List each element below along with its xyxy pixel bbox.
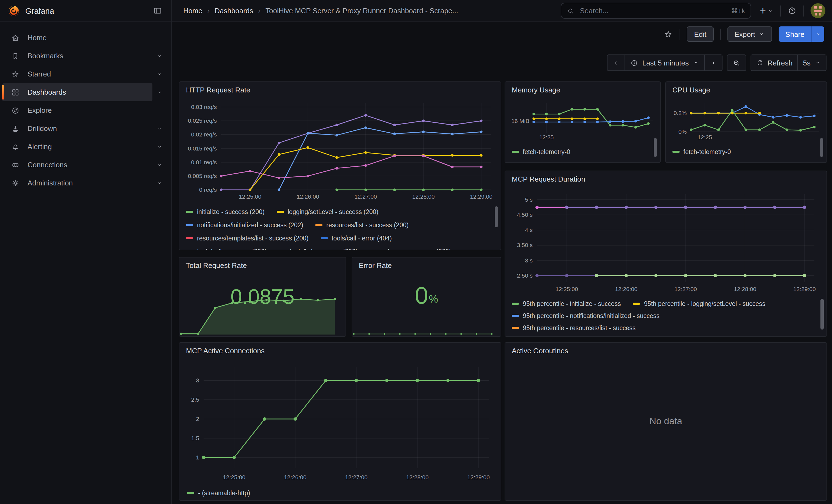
panel-mcp-request-duration: MCP Request Duration 2.50 s3 s3.50 s4 s4…	[504, 170, 827, 337]
panel-title[interactable]: Active Goroutines	[512, 347, 568, 355]
svg-text:1.5: 1.5	[191, 435, 199, 441]
sidebar-item-label: Connections	[27, 161, 68, 169]
user-avatar[interactable]	[810, 3, 825, 18]
time-shift-back-button[interactable]	[607, 55, 625, 71]
legend-item[interactable]: unknown - success (200)	[370, 248, 451, 250]
panel-title[interactable]: Error Rate	[359, 261, 392, 270]
chevron-down-icon[interactable]	[152, 71, 167, 77]
chevron-left-icon	[613, 59, 620, 66]
share-button[interactable]: Share	[779, 26, 811, 42]
legend-item[interactable]: resources/list - success (200)	[315, 222, 409, 228]
export-label: Export	[734, 30, 755, 38]
chevron-down-icon[interactable]	[152, 125, 167, 132]
legend-item[interactable]: tools/call - error (404)	[320, 235, 392, 242]
sidebar-item-alerting[interactable]: Alerting	[2, 137, 152, 156]
panel-memory-usage: Memory Usage 16 MiB12:25 fetch-telemetry…	[504, 81, 661, 163]
chevron-down-icon[interactable]	[152, 89, 167, 96]
sidebar-item-starred[interactable]: Starred	[2, 65, 152, 83]
export-button[interactable]: Export	[727, 26, 772, 42]
edit-button[interactable]: Edit	[687, 26, 714, 42]
panel-title[interactable]: MCP Active Connections	[186, 347, 265, 355]
legend-swatch	[277, 211, 284, 213]
share-dropdown-button[interactable]	[811, 26, 824, 42]
time-range-picker[interactable]: Last 5 minutes	[625, 55, 704, 71]
svg-text:0 req/s: 0 req/s	[199, 187, 217, 193]
sidebar-item-bookmarks[interactable]: Bookmarks	[2, 47, 152, 65]
sidebar-item-drilldown[interactable]: Drilldown	[2, 120, 152, 137]
breadcrumb-item[interactable]: Dashboards	[215, 7, 253, 15]
legend-item[interactable]: - (streamable-http)	[187, 490, 250, 496]
sidebar-item-dashboards[interactable]: Dashboards	[2, 83, 152, 101]
favorite-star-button[interactable]	[664, 29, 673, 39]
legend-item[interactable]: 95th percentile - notifications/initiali…	[512, 313, 659, 319]
refresh-button[interactable]: Refresh	[751, 55, 797, 71]
sidebar-row-explore: Explore	[0, 101, 171, 120]
cpu-legend: fetch-telemetry-0	[671, 146, 815, 160]
legend-item[interactable]: initialize - success (200)	[186, 209, 264, 215]
grafana-logo-icon[interactable]	[8, 5, 20, 17]
chevron-down-icon[interactable]	[152, 161, 167, 168]
help-button[interactable]	[787, 6, 797, 16]
legend-scrollbar[interactable]	[495, 206, 498, 227]
legend-label: resources/list - success (200)	[326, 222, 409, 228]
legend-swatch	[512, 151, 519, 153]
error-rate-value: 0 %	[352, 282, 501, 309]
bell-icon	[11, 142, 20, 151]
sidebar-item-administration[interactable]: Administration	[2, 174, 152, 192]
panel-title[interactable]: HTTP Request Rate	[186, 86, 250, 94]
chevron-down-icon	[767, 7, 774, 14]
legend-scrollbar[interactable]	[820, 138, 823, 157]
zoom-out-button[interactable]	[727, 55, 745, 71]
svg-text:12:25: 12:25	[539, 134, 554, 140]
sidebar: Grafana HomeBookmarksStarredDashboardsEx…	[0, 0, 172, 504]
legend-item[interactable]: tools/list - success (200)	[279, 248, 358, 250]
chevron-down-icon[interactable]	[152, 180, 167, 186]
legend-label: notifications/initialized - success (202…	[197, 222, 303, 228]
star-icon	[11, 70, 20, 78]
panel-title[interactable]: CPU Usage	[672, 86, 710, 94]
chevron-down-icon[interactable]	[152, 53, 167, 59]
time-shift-forward-button[interactable]	[704, 55, 722, 71]
sidebar-item-label: Home	[27, 33, 47, 42]
legend-scrollbar[interactable]	[821, 299, 824, 329]
sidebar-collapse-icon[interactable]	[152, 5, 163, 17]
legend-label: 95th percentile - initialize - success	[523, 300, 621, 307]
svg-text:12:27:00: 12:27:00	[674, 286, 697, 292]
cpu-usage-chart: 0%0.2%12:25	[668, 97, 824, 143]
legend-item[interactable]: 95th percentile - logging/setLevel - suc…	[633, 300, 765, 307]
legend-item[interactable]: fetch-telemetry-0	[512, 149, 570, 155]
sidebar-item-label: Administration	[27, 179, 73, 187]
legend-item[interactable]: logging/setLevel - success (200)	[277, 209, 378, 215]
panel-title[interactable]: Memory Usage	[512, 86, 560, 94]
main-area: Home›Dashboards›ToolHive MCP Server & Pr…	[172, 0, 832, 504]
legend-swatch	[186, 237, 193, 240]
breadcrumb-item[interactable]: Home	[183, 7, 202, 15]
legend-item[interactable]: fetch-telemetry-0	[672, 149, 731, 155]
time-range-group: Last 5 minutes	[607, 54, 722, 71]
search-field[interactable]	[579, 6, 727, 16]
panel-title[interactable]: Total Request Rate	[186, 261, 247, 270]
legend-row: fetch-telemetry-0	[511, 146, 649, 158]
legend-item[interactable]: 95th percentile - initialize - success	[512, 300, 621, 307]
grafana-app: Grafana HomeBookmarksStarredDashboardsEx…	[0, 0, 832, 504]
sidebar-item-explore[interactable]: Explore	[2, 101, 152, 120]
sidebar-header: Grafana	[0, 0, 171, 22]
legend-item[interactable]: tools/call - success (200)	[186, 248, 267, 250]
sidebar-item-connections[interactable]: Connections	[2, 156, 152, 174]
panel-total-request-rate: Total Request Rate 0.0875	[179, 257, 346, 337]
panel-title[interactable]: MCP Request Duration	[512, 175, 585, 183]
sidebar-item-home[interactable]: Home	[2, 29, 152, 47]
legend-item[interactable]: 95th percentile - resources/list - succe…	[512, 325, 635, 331]
chevron-down-icon[interactable]	[152, 143, 167, 150]
legend-row: 95th percentile - notifications/initiali…	[511, 310, 819, 322]
refresh-interval-picker[interactable]: 5s	[798, 55, 826, 71]
add-button[interactable]: +	[760, 5, 774, 16]
legend-item[interactable]: notifications/initialized - success (202…	[186, 222, 303, 228]
legend-scrollbar[interactable]	[654, 138, 657, 157]
sidebar-item-label: Drilldown	[27, 124, 57, 133]
legend-item[interactable]: resources/templates/list - success (200)	[186, 235, 308, 242]
search-input[interactable]: ⌘+k	[561, 3, 751, 19]
refresh-interval-label: 5s	[803, 59, 810, 67]
time-controls: Last 5 minutes	[607, 54, 827, 71]
search-icon	[567, 7, 574, 15]
